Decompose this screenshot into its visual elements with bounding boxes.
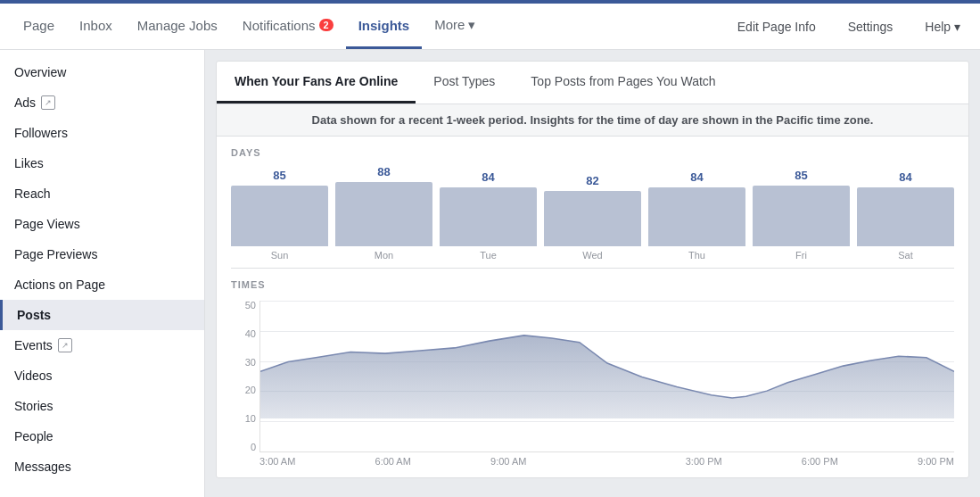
sidebar-item-videos[interactable]: Videos [0,360,204,391]
day-bar-wed [544,191,641,246]
x-label-0: 3:00 AM [259,456,295,467]
x-label-5: 6:00 PM [802,456,838,467]
day-col-thu: 84Thu [648,170,745,261]
day-col-wed: 82Wed [544,174,641,261]
day-label-sun: Sun [271,250,289,261]
day-col-fri: 85Fri [753,169,850,261]
sidebar: OverviewAds↗FollowersLikesReachPage View… [0,50,205,497]
day-value-thu: 84 [690,170,703,184]
nav-right: Edit Page Info Settings Help ▾ [729,4,969,49]
sidebar-item-overview[interactable]: Overview [0,57,204,87]
y-label-50: 50 [245,301,256,311]
y-axis: 50403020100 [231,301,259,452]
sidebar-item-ads[interactable]: Ads↗ [0,87,204,118]
nav-page[interactable]: Page [11,4,67,49]
times-chart: 50403020100 [231,301,954,470]
day-bar-mon [335,182,432,246]
sidebar-item-events[interactable]: Events↗ [0,330,204,360]
sidebar-item-actions-on-page[interactable]: Actions on Page [0,269,204,300]
info-bar: Data shown for a recent 1-week period. I… [217,104,968,137]
sidebar-item-posts[interactable]: Posts [0,300,204,330]
grid-line-10 [260,421,954,422]
day-label-wed: Wed [582,250,602,261]
day-value-sat: 84 [899,170,911,184]
sidebar-item-reach[interactable]: Reach [0,178,204,209]
area-chart-svg [260,301,954,418]
tabs-row: When Your Fans Are Online Post Types Top… [217,62,968,104]
day-col-tue: 84Tue [440,170,537,261]
times-section: TIMES 50403020100 [217,269,968,477]
day-bar-sun [231,186,328,246]
sidebar-item-messages[interactable]: Messages [0,451,204,482]
times-section-label: TIMES [231,279,954,297]
y-label-30: 30 [245,358,256,368]
day-col-mon: 88Mon [335,165,432,261]
edit-page-info-button[interactable]: Edit Page Info [729,14,825,39]
day-col-sat: 84Sat [857,170,954,261]
external-link-icon: ↗ [58,338,72,352]
y-label-0: 0 [251,443,256,452]
day-value-tue: 84 [482,170,494,184]
settings-button[interactable]: Settings [839,14,902,39]
day-col-sun: 85Sun [231,169,328,261]
main-layout: OverviewAds↗FollowersLikesReachPage View… [0,50,980,497]
notifications-badge: 2 [319,19,334,31]
day-value-mon: 88 [377,165,390,178]
day-value-fri: 85 [795,169,807,182]
day-bar-sat [857,187,954,246]
sidebar-item-followers[interactable]: Followers [0,118,204,148]
y-label-20: 20 [245,385,256,395]
tab-top-posts[interactable]: Top Posts from Pages You Watch [513,62,733,104]
x-label-1: 6:00 AM [375,456,411,467]
day-label-mon: Mon [375,250,393,261]
x-label-2: 9:00 AM [490,456,526,467]
external-link-icon: ↗ [41,95,55,110]
sidebar-item-people[interactable]: People [0,421,204,451]
tab-post-types[interactable]: Post Types [416,62,513,104]
day-value-wed: 82 [586,174,598,187]
top-navigation: Page Inbox Manage Jobs Notifications 2 I… [0,4,980,50]
main-card: When Your Fans Are Online Post Types Top… [216,61,969,478]
nav-left: Page Inbox Manage Jobs Notifications 2 I… [11,4,729,49]
day-value-sun: 85 [273,169,285,182]
day-bar-tue [440,187,537,246]
nav-insights[interactable]: Insights [346,4,423,49]
tab-when-fans-online[interactable]: When Your Fans Are Online [217,62,416,104]
sidebar-item-stories[interactable]: Stories [0,391,204,421]
nav-inbox[interactable]: Inbox [67,4,125,49]
y-label-10: 10 [245,414,256,424]
nav-more[interactable]: More ▾ [422,4,488,49]
help-button[interactable]: Help ▾ [916,14,969,39]
nav-notifications[interactable]: Notifications 2 [230,4,346,49]
day-label-thu: Thu [688,250,705,261]
day-label-tue: Tue [480,250,497,261]
area-fill [260,335,954,418]
content-area: When Your Fans Are Online Post Types Top… [205,50,980,497]
sidebar-item-likes[interactable]: Likes [0,148,204,178]
day-bar-thu [648,187,745,246]
day-label-sat: Sat [898,250,913,261]
days-section-label: DAYS [217,137,968,165]
nav-manage-jobs[interactable]: Manage Jobs [125,4,230,49]
x-labels: 3:00 AM6:00 AM9:00 AM3:00 PM6:00 PM9:00 … [259,452,954,470]
day-label-fri: Fri [795,250,807,261]
y-label-40: 40 [245,329,256,339]
days-chart: 85Sun88Mon84Tue82Wed84Thu85Fri84Sat [217,165,968,268]
day-bar-fri [753,186,850,246]
sidebar-item-page-views[interactable]: Page Views [0,209,204,239]
chart-area [259,301,954,452]
x-label-6: 9:00 PM [918,456,954,467]
x-label-4: 3:00 PM [686,456,722,467]
sidebar-item-page-previews[interactable]: Page Previews [0,239,204,269]
